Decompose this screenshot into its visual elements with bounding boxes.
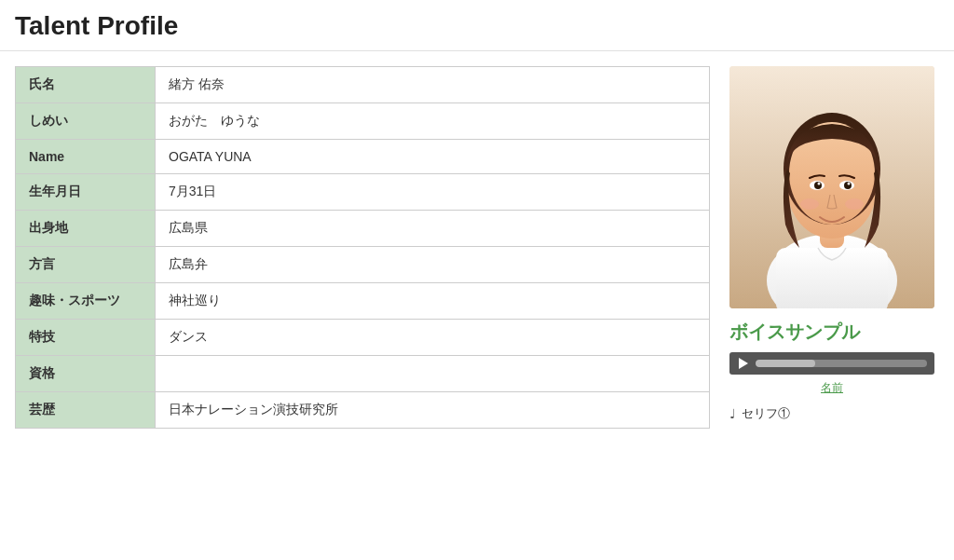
- serif-label: セリフ①: [742, 405, 790, 422]
- field-label: Name: [16, 140, 156, 174]
- table-row: 特技ダンス: [16, 320, 710, 356]
- svg-point-13: [800, 198, 819, 210]
- svg-rect-2: [776, 248, 888, 308]
- field-label: 方言: [16, 247, 156, 283]
- play-icon: [739, 358, 748, 369]
- main-content: 氏名緒方 佑奈しめいおがた ゆうなNameOGATA YUNA生年月日7月31日…: [0, 51, 954, 444]
- field-value: 神社巡り: [156, 283, 710, 320]
- profile-table: 氏名緒方 佑奈しめいおがた ゆうなNameOGATA YUNA生年月日7月31日…: [15, 66, 710, 429]
- audio-player[interactable]: [729, 352, 934, 375]
- voice-sample-section: ボイスサンプル 名前 ♩ セリフ①: [729, 320, 934, 426]
- table-row: 芸歴日本ナレーション演技研究所: [16, 392, 710, 429]
- field-value: [156, 356, 710, 392]
- serif-item: ♩ セリフ①: [729, 402, 934, 426]
- field-value: おがた ゆうな: [156, 103, 710, 140]
- talent-photo: [729, 66, 934, 308]
- field-value: 日本ナレーション演技研究所: [156, 392, 710, 429]
- field-label: 氏名: [16, 67, 156, 103]
- field-value: 広島弁: [156, 247, 710, 283]
- field-label: 趣味・スポーツ: [16, 283, 156, 320]
- field-label: 芸歴: [16, 392, 156, 429]
- field-label: 生年月日: [16, 174, 156, 211]
- svg-point-12: [848, 183, 851, 185]
- field-value: 広島県: [156, 211, 710, 247]
- field-label: しめい: [16, 103, 156, 140]
- talent-portrait-svg: [729, 66, 934, 308]
- page-title: Talent Profile: [0, 0, 954, 51]
- table-row: しめいおがた ゆうな: [16, 103, 710, 140]
- field-value: 7月31日: [156, 174, 710, 211]
- field-value: 緒方 佑奈: [156, 67, 710, 103]
- voice-sample-title: ボイスサンプル: [729, 320, 934, 345]
- field-label: 出身地: [16, 211, 156, 247]
- audio-label[interactable]: 名前: [729, 380, 934, 396]
- profile-table-container: 氏名緒方 佑奈しめいおがた ゆうなNameOGATA YUNA生年月日7月31日…: [15, 66, 710, 429]
- table-row: 氏名緒方 佑奈: [16, 67, 710, 103]
- svg-point-14: [845, 198, 864, 210]
- progress-bar-fill: [756, 360, 815, 367]
- field-label: 資格: [16, 356, 156, 392]
- right-panel: ボイスサンプル 名前 ♩ セリフ①: [725, 66, 939, 426]
- table-row: 出身地広島県: [16, 211, 710, 247]
- play-button[interactable]: [737, 357, 750, 370]
- field-value: OGATA YUNA: [156, 140, 710, 174]
- table-row: 方言広島弁: [16, 247, 710, 283]
- field-label: 特技: [16, 320, 156, 356]
- music-icon: ♩: [729, 406, 736, 421]
- progress-bar-container: [756, 360, 927, 367]
- table-row: NameOGATA YUNA: [16, 140, 710, 174]
- table-row: 資格: [16, 356, 710, 392]
- field-value: ダンス: [156, 320, 710, 356]
- table-row: 趣味・スポーツ神社巡り: [16, 283, 710, 320]
- svg-point-11: [818, 183, 821, 185]
- table-row: 生年月日7月31日: [16, 174, 710, 211]
